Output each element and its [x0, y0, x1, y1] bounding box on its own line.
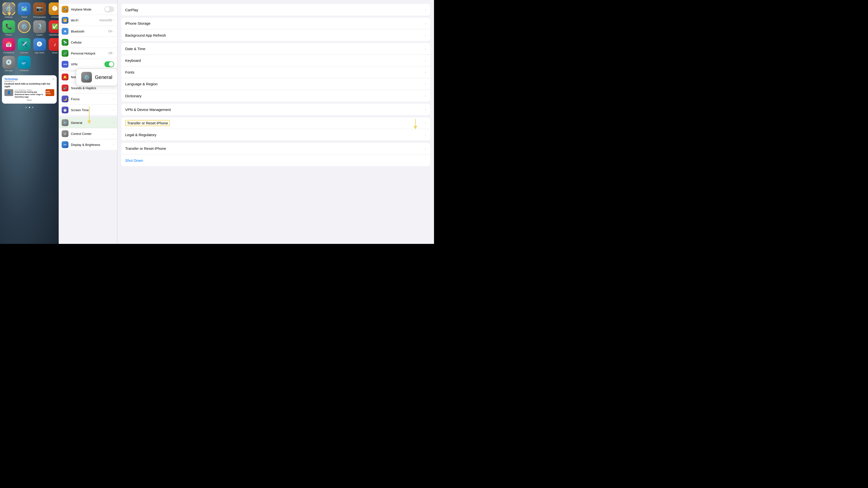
transfer-reset-row[interactable]: Transfer or Reset iPhone ›: [121, 143, 430, 155]
app-castro[interactable]: 🎙️ Castro: [33, 20, 46, 36]
focus-icon: 🌙: [62, 96, 68, 102]
news-source-2: Los Angeles Times: [15, 89, 44, 91]
iphone-storage-chevron-icon: ›: [425, 22, 426, 25]
shut-down-row[interactable]: Shut Down: [121, 155, 430, 166]
wifi-row[interactable]: 📶 Wi-Fi Home392 ›: [59, 15, 117, 26]
transfer-reset-highlighted-row[interactable]: Transfer or Reset iPhone ›: [121, 117, 430, 129]
screen-time-row[interactable]: ⏱️ Screen Time ›: [59, 105, 117, 115]
dictionary-row[interactable]: Dictionary ›: [121, 90, 430, 102]
discogs-app-icon: 💿: [2, 56, 15, 69]
news-footer: News: [4, 99, 54, 101]
shut-down-label: Shut Down: [125, 158, 426, 163]
app-fantastical[interactable]: 📅 Fantastical: [2, 38, 16, 54]
focus-label: Focus: [71, 97, 113, 101]
carplay-row[interactable]: CarPlay ›: [121, 4, 430, 15]
app-label: Settings: [5, 16, 13, 18]
legal-chevron-icon: ›: [425, 133, 426, 137]
general-label: General: [71, 121, 113, 125]
app-appstore[interactable]: 🅐 App Store: [33, 38, 46, 54]
app-phone[interactable]: 📞 Phone: [2, 20, 16, 36]
transfer-group: Transfer or Reset iPhone › Legal & Regul…: [121, 117, 430, 141]
display-brightness-row[interactable]: AA Display & Brightness ›: [59, 139, 117, 150]
screen-time-chevron-icon: ›: [113, 108, 114, 112]
app-label: Journey: [20, 52, 28, 54]
carplay-chevron-icon: ›: [425, 8, 426, 12]
legal-row[interactable]: Legal & Regulatory ›: [121, 129, 430, 141]
airplane-toggle[interactable]: [104, 6, 114, 12]
focus-row[interactable]: 🌙 Focus ›: [59, 94, 117, 105]
notifications-icon: 🔔: [62, 73, 68, 80]
fonts-row[interactable]: Fonts ›: [121, 66, 430, 78]
bluetooth-chevron-icon: ›: [113, 30, 114, 33]
app-label: Fantastical: [3, 52, 14, 54]
control-center-label: Control Center: [71, 132, 113, 136]
airplane-mode-row[interactable]: ✈️ Airplane Mode: [59, 4, 117, 15]
wifi-icon: 📶: [62, 17, 68, 24]
app-photography[interactable]: 📷 Photography: [33, 2, 46, 18]
control-center-row[interactable]: ⊙ Control Center ›: [59, 128, 117, 139]
vpn-row[interactable]: VPN VPN: [59, 59, 117, 70]
date-time-label: Date & Time: [125, 47, 425, 51]
personal-hotspot-row[interactable]: 🔗 Personal Hotspot Off ›: [59, 48, 117, 59]
display-icon: AA: [62, 141, 68, 148]
hotspot-icon: 🔗: [62, 50, 68, 57]
app-habitminder[interactable]: ✅ HabitMinder: [48, 20, 59, 36]
app-label: Travel: [21, 16, 27, 18]
photography-app-icon: 📷: [33, 2, 46, 15]
carplay-label: CarPlay: [125, 8, 425, 12]
app-discogs[interactable]: 💿 Discogs: [2, 56, 16, 72]
vpn-toggle[interactable]: [104, 61, 114, 67]
app-label: Photography: [33, 16, 46, 18]
mticket-app-icon: 🅣: [49, 2, 59, 15]
news-bookmark-icon: ⎘: [53, 78, 54, 80]
app-settings[interactable]: ⚙️ Settings: [2, 2, 16, 18]
transfer-reset-highlighted-label: Transfer or Reset iPhone: [125, 121, 425, 125]
transfer-shutdown-group: Transfer or Reset iPhone › Shut Down: [121, 143, 430, 166]
transfer-reset-chevron-icon: ›: [425, 147, 426, 151]
background-refresh-chevron-icon: ›: [425, 33, 426, 37]
settings-list-panel: ✈️ Airplane Mode 📶 Wi-Fi Home392 › ✱ Blu…: [59, 0, 117, 244]
hotspot-label: Personal Hotspot: [71, 52, 108, 55]
vpn-device-row[interactable]: VPN & Device Management ›: [121, 104, 430, 115]
app-label: Discogs: [5, 69, 12, 72]
news-category: Technology: [4, 78, 18, 80]
cellular-row[interactable]: 📡 Cellular ›: [59, 37, 117, 48]
app-label: Castro: [36, 34, 43, 36]
dictionary-chevron-icon: ›: [425, 94, 426, 98]
fonts-chevron-icon: ›: [425, 70, 426, 74]
home-screen-panel: ⚙️ Settings 🗺️ Travel 📷 Photography 🅣 mT…: [0, 0, 59, 244]
page-dot: [25, 107, 27, 108]
app-travel[interactable]: 🗺️ Travel: [18, 2, 31, 18]
background-refresh-row[interactable]: Background App Refresh ›: [121, 29, 430, 41]
control-center-icon: ⊙: [62, 130, 68, 137]
iphone-storage-label: iPhone Storage: [125, 21, 425, 25]
general-popup-text: General: [95, 74, 112, 80]
news-headline-1: Facebook Stock Falls as Zuckerberg Calls…: [4, 83, 54, 88]
screen-time-label: Screen Time: [71, 108, 113, 112]
travel-app-icon: 🗺️: [18, 2, 31, 15]
bluetooth-row[interactable]: ✱ Bluetooth On ›: [59, 26, 117, 37]
general-row[interactable]: ⚙️ General ›: [59, 117, 117, 128]
wifi-value: Home392: [99, 19, 112, 22]
legal-label: Legal & Regulatory: [125, 133, 425, 137]
app-music[interactable]: ♪ Music: [48, 38, 59, 54]
iphone-storage-row[interactable]: iPhone Storage ›: [121, 18, 430, 29]
news-widget[interactable]: Technology ⎘ BARRON'S Facebook Stock Fal…: [2, 75, 57, 104]
app-fishbowl[interactable]: 🐟 Fishbowl: [18, 56, 31, 72]
date-time-chevron-icon: ›: [425, 47, 426, 51]
sounds-icon: 🔊: [62, 85, 68, 91]
app-settings2[interactable]: ⚙️: [18, 20, 31, 36]
language-row[interactable]: Language & Region ›: [121, 78, 430, 90]
spacer: [117, 0, 434, 2]
keyboard-row[interactable]: Keyboard ›: [121, 55, 430, 66]
app-journey[interactable]: ✈️ Journey: [18, 38, 31, 54]
page-dot-active: [29, 107, 30, 108]
date-time-row[interactable]: Date & Time ›: [121, 43, 430, 55]
app-mticket[interactable]: 🅣 mTicket: [48, 2, 59, 18]
highlight-circle: [2, 2, 15, 15]
storage-group: iPhone Storage › Background App Refresh …: [121, 18, 430, 41]
fantastical-app-icon: 📅: [2, 38, 15, 51]
news-headline-2: Controversial trading app Robinhood take…: [15, 91, 44, 98]
bluetooth-icon: ✱: [62, 28, 68, 35]
wifi-label: Wi-Fi: [71, 19, 99, 22]
